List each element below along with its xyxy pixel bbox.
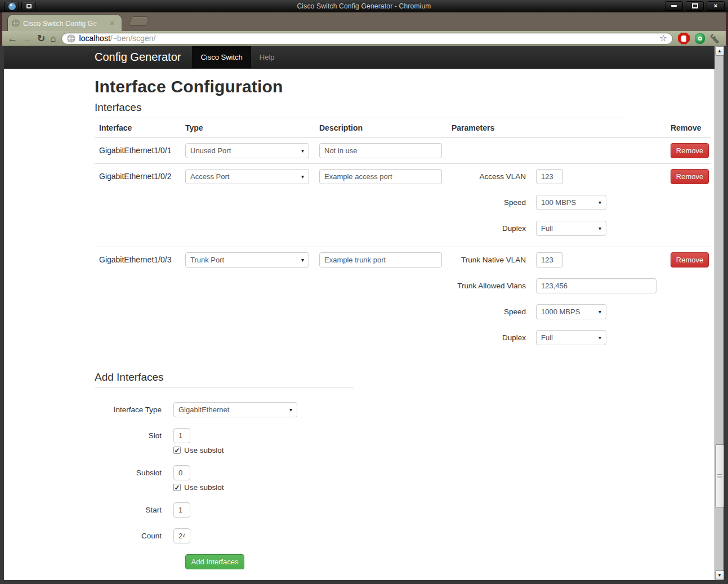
remove-button[interactable]: Remove <box>671 169 709 184</box>
type-select-value: Unused Port <box>190 146 231 155</box>
count-label: Count <box>95 528 173 540</box>
subslot-label: Subslot <box>95 465 173 477</box>
scroll-down-icon: ▼ <box>717 573 722 578</box>
type-select[interactable]: Access Port ▾ <box>185 169 309 184</box>
speed-select-value: 1000 MBPS <box>541 307 580 316</box>
table-header-row: Interface Type Description Parameters Re… <box>95 118 711 138</box>
stop-hand-icon <box>681 35 686 42</box>
nav-item-cisco-switch[interactable]: Cisco Switch <box>192 46 251 68</box>
interface-type-select-value: GigabitEthernet <box>178 405 229 414</box>
remove-button[interactable]: Remove <box>671 143 709 158</box>
browser-toolbar: ← → ↻ ⌂ localhost/~ben/scgen/ ☆ <box>0 31 728 46</box>
description-input[interactable] <box>319 143 442 158</box>
speed-select[interactable]: 1000 MBPS ▾ <box>536 304 606 319</box>
use-subslot-checkbox[interactable]: ✓ <box>173 447 181 454</box>
param-label: Speed <box>452 307 536 316</box>
tab-close-icon[interactable]: × <box>110 19 114 27</box>
add-interfaces-heading: Add Interfaces <box>95 371 354 388</box>
adblock-extension-icon[interactable] <box>678 33 690 44</box>
green-dot-icon <box>698 37 702 41</box>
description-input[interactable] <box>319 169 442 184</box>
tab-title: Cisco Switch Config Ge <box>23 20 97 28</box>
speed-select-value: 100 MBPS <box>541 198 576 207</box>
trunk-allowed-vlans-input[interactable] <box>536 278 656 293</box>
type-select-value: Access Port <box>190 172 229 181</box>
header-description: Description <box>315 118 447 138</box>
back-button[interactable]: ← <box>8 34 17 43</box>
scroll-up-icon: ▲ <box>717 48 722 54</box>
chevron-down-icon: ▾ <box>301 257 304 263</box>
duplex-select-value: Full <box>541 224 553 233</box>
slot-label: Slot <box>95 428 173 440</box>
use-subslot-label: Use subslot <box>184 446 224 454</box>
url-globe-icon <box>67 34 75 43</box>
interface-type-select[interactable]: GigabitEthernet ▾ <box>173 402 297 417</box>
home-button[interactable]: ⌂ <box>50 34 56 43</box>
scroll-up-button[interactable]: ▲ <box>715 46 724 56</box>
header-type: Type <box>181 118 315 138</box>
interface-name: GigabitEthernet1/0/3 <box>99 252 171 264</box>
param-label: Trunk Allowed Vlans <box>452 282 536 290</box>
chevron-down-icon: ▾ <box>599 225 601 231</box>
window-titlebar: Cisco Switch Config Generator - Chromium… <box>0 0 728 12</box>
tab-strip: Cisco Switch Config Ge × <box>0 12 728 31</box>
duplex-select[interactable]: Full ▾ <box>536 221 606 236</box>
browser-tab[interactable]: Cisco Switch Config Ge × <box>8 15 122 31</box>
type-select[interactable]: Unused Port ▾ <box>185 143 309 158</box>
close-icon: × <box>714 3 717 9</box>
speed-select[interactable]: 100 MBPS ▾ <box>536 195 606 210</box>
nav-item-help[interactable]: Help <box>251 46 283 68</box>
remove-button[interactable]: Remove <box>671 252 709 268</box>
close-button[interactable]: × <box>707 1 725 11</box>
scroll-down-button[interactable]: ▼ <box>715 570 724 580</box>
access-vlan-input[interactable] <box>536 169 563 184</box>
subslot-input[interactable] <box>173 465 190 480</box>
param-label: Access VLAN <box>452 172 536 181</box>
param-label: Duplex <box>452 333 536 342</box>
interface-type-label: Interface Type <box>95 402 173 414</box>
use-subslot-checkbox[interactable]: ✓ <box>173 484 181 491</box>
new-tab-button[interactable] <box>129 17 149 25</box>
navbar-brand[interactable]: Config Generator <box>95 46 192 68</box>
duplex-select-value: Full <box>541 333 553 342</box>
page-scrollbar[interactable]: ▲ ▼ <box>714 46 723 580</box>
url-path: /~ben/scgen/ <box>110 34 156 43</box>
add-interfaces-form: Interface Type GigabitEthernet ▾ Slot ✓ … <box>95 402 711 569</box>
table-row: GigabitEthernet1/0/1 Unused Port ▾ Remov… <box>95 138 711 164</box>
header-parameters: Parameters <box>447 118 666 138</box>
type-select-value: Trunk Port <box>190 256 224 264</box>
table-row: GigabitEthernet1/0/2 Access Port ▾ Acces… <box>95 164 711 247</box>
param-label: Trunk Native VLAN <box>452 256 536 264</box>
url-host: localhost <box>79 34 110 43</box>
green-extension-icon[interactable] <box>695 33 705 44</box>
duplex-select[interactable]: Full ▾ <box>536 330 606 345</box>
reload-button[interactable]: ↻ <box>37 34 45 43</box>
site-navbar: Config Generator Cisco Switch Help <box>4 46 714 69</box>
minimize-button[interactable] <box>665 1 683 11</box>
chevron-down-icon: ▾ <box>599 335 601 341</box>
param-label: Duplex <box>452 224 536 233</box>
minimize-icon <box>671 5 677 7</box>
description-input[interactable] <box>319 252 442 268</box>
param-label: Speed <box>452 198 536 207</box>
favicon-globe-icon <box>12 19 20 27</box>
window-title: Cisco Switch Config Generator - Chromium <box>0 2 728 10</box>
start-input[interactable] <box>173 502 190 518</box>
address-bar[interactable]: localhost/~ben/scgen/ ☆ <box>61 33 673 44</box>
use-subslot-label: Use subslot <box>184 483 224 492</box>
chevron-down-icon: ▾ <box>599 199 601 206</box>
wrench-menu-icon[interactable] <box>710 33 720 43</box>
maximize-button[interactable] <box>686 1 704 11</box>
chevron-down-icon: ▾ <box>301 173 304 180</box>
slot-input[interactable] <box>173 428 190 443</box>
scrollbar-thumb[interactable] <box>715 444 724 507</box>
bookmark-star-icon[interactable]: ☆ <box>659 34 667 43</box>
count-input[interactable] <box>173 528 190 543</box>
type-select[interactable]: Trunk Port ▾ <box>185 252 309 268</box>
web-page: Config Generator Cisco Switch Help Inter… <box>4 46 714 580</box>
trunk-native-vlan-input[interactable] <box>536 252 563 268</box>
table-row: GigabitEthernet1/0/3 Trunk Port ▾ Trunk … <box>95 247 711 356</box>
forward-button[interactable]: → <box>23 34 32 43</box>
header-remove: Remove <box>666 118 711 138</box>
add-interfaces-button[interactable]: Add Interfaces <box>185 554 244 569</box>
